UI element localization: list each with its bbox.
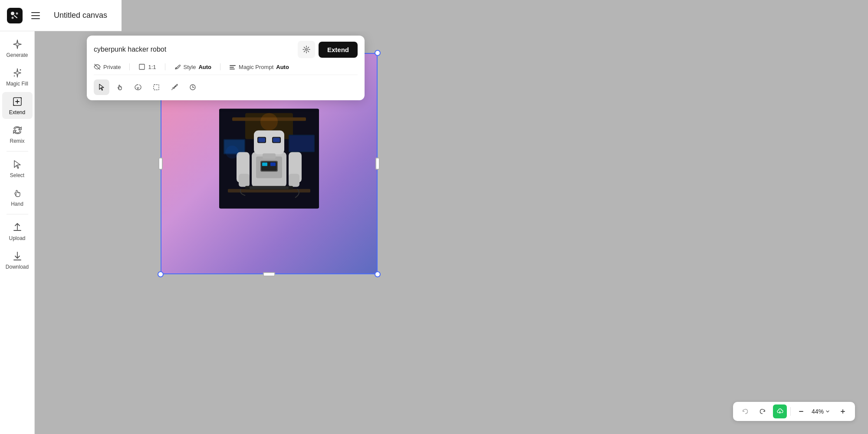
header: Untitled canvas [0, 0, 122, 31]
sidebar-divider-2 [7, 214, 28, 214]
private-icon [94, 63, 101, 70]
handle-right[interactable] [375, 158, 380, 170]
handle-bottom-left[interactable] [158, 271, 164, 277]
sidebar-item-magic-fill[interactable]: Magic Fill [2, 63, 33, 90]
upload-label: Upload [9, 235, 25, 241]
style-icon [174, 63, 181, 70]
svg-rect-11 [230, 69, 235, 69]
svg-point-1 [16, 12, 18, 14]
ratio-icon [138, 63, 145, 70]
svg-rect-12 [154, 85, 159, 90]
sidebar-item-remix[interactable]: Remix [2, 121, 33, 148]
upload-icon [11, 221, 23, 233]
toolbar-row-prompt: Extend [94, 41, 358, 58]
brush-tool-button[interactable] [167, 79, 182, 95]
sidebar-item-extend[interactable]: Extend [2, 92, 33, 119]
ratio-label: 1:1 [148, 64, 156, 70]
marquee-tool-button[interactable] [148, 79, 164, 95]
svg-point-6 [306, 49, 307, 50]
generate-icon [11, 38, 23, 50]
divider-2 [165, 63, 165, 70]
canvas-area: Extend Private 1:1 [35, 31, 868, 434]
svg-rect-26 [258, 138, 265, 142]
magic-prompt-icon [229, 63, 236, 70]
magic-prompt-prefix: Magic Prompt [239, 64, 273, 70]
select-tool-button[interactable] [94, 79, 109, 95]
undo-button[interactable] [738, 404, 752, 418]
zoom-dropdown-icon [825, 409, 830, 414]
canvas-title: Untitled canvas [54, 11, 107, 20]
lasso-tool-button[interactable] [130, 79, 146, 95]
magic-prompt-value: Auto [276, 64, 289, 70]
zoom-divider [790, 407, 791, 416]
handle-bottom-right[interactable] [375, 271, 381, 277]
hand-label: Hand [11, 201, 23, 207]
select-icon [11, 158, 23, 171]
extend-button[interactable]: Extend [319, 42, 358, 58]
robot-image [219, 109, 319, 209]
option-magic-prompt[interactable]: Magic Prompt Auto [229, 63, 289, 70]
remix-icon [11, 124, 23, 136]
divider-3 [220, 63, 220, 70]
settings-button[interactable] [298, 41, 315, 58]
svg-rect-32 [289, 174, 299, 187]
sidebar-item-generate[interactable]: Generate [2, 35, 33, 62]
style-prefix: Style [184, 64, 196, 70]
zoom-controls: 44% [733, 402, 855, 421]
svg-point-41 [226, 146, 239, 159]
handle-left[interactable] [158, 158, 163, 170]
extend-icon [11, 95, 23, 108]
option-ratio[interactable]: 1:1 [138, 63, 156, 70]
svg-point-0 [11, 12, 14, 15]
sidebar-divider-1 [7, 151, 28, 151]
zoom-in-button[interactable] [836, 404, 850, 418]
svg-rect-10 [230, 67, 234, 68]
sidebar-item-hand[interactable]: Hand [2, 184, 33, 210]
header-spacer [122, 0, 868, 31]
hand-icon [11, 187, 23, 199]
sidebar-item-upload[interactable]: Upload [2, 218, 33, 245]
sidebar: Generate Magic Fill [0, 31, 35, 434]
generate-label: Generate [6, 52, 28, 58]
option-private[interactable]: Private [94, 63, 121, 70]
prompt-input[interactable] [94, 46, 294, 53]
svg-point-40 [260, 113, 278, 131]
private-label: Private [103, 64, 121, 70]
svg-rect-9 [230, 65, 236, 66]
toolbar-row-options: Private 1:1 Style Auto [94, 63, 358, 70]
svg-rect-27 [273, 138, 280, 142]
menu-button[interactable] [28, 8, 43, 23]
sidebar-item-download[interactable]: Download [2, 247, 33, 273]
app-logo [7, 8, 23, 23]
svg-rect-36 [270, 163, 276, 166]
svg-point-2 [12, 16, 14, 19]
svg-rect-30 [239, 174, 250, 187]
svg-rect-8 [139, 64, 145, 69]
hand-tool-button[interactable] [112, 79, 128, 95]
svg-point-3 [20, 69, 21, 71]
zoom-out-button[interactable] [794, 404, 808, 418]
redo-button[interactable] [756, 404, 769, 418]
toolbar-row-tools [94, 75, 358, 95]
svg-rect-35 [262, 163, 267, 166]
remix-label: Remix [10, 138, 24, 144]
svg-rect-20 [289, 136, 314, 151]
sidebar-item-select[interactable]: Select [2, 155, 33, 182]
select-label: Select [10, 172, 24, 178]
svg-rect-39 [250, 187, 289, 189]
history-tool-button[interactable] [185, 79, 201, 95]
cloud-save-button[interactable] [773, 404, 787, 418]
magic-fill-icon [11, 67, 23, 79]
download-icon [11, 250, 23, 262]
style-value: Auto [198, 64, 211, 70]
handle-bottom[interactable] [263, 272, 275, 276]
download-label: Download [6, 264, 29, 270]
zoom-value-display[interactable]: 44% [812, 408, 832, 415]
svg-rect-28 [263, 154, 276, 159]
option-style[interactable]: Style Auto [174, 63, 212, 70]
handle-top-right[interactable] [375, 50, 381, 56]
zoom-percentage: 44% [812, 408, 824, 415]
toolbar-popup: Extend Private 1:1 [87, 36, 365, 100]
magic-fill-label: Magic Fill [6, 81, 28, 87]
extend-label: Extend [9, 109, 25, 115]
